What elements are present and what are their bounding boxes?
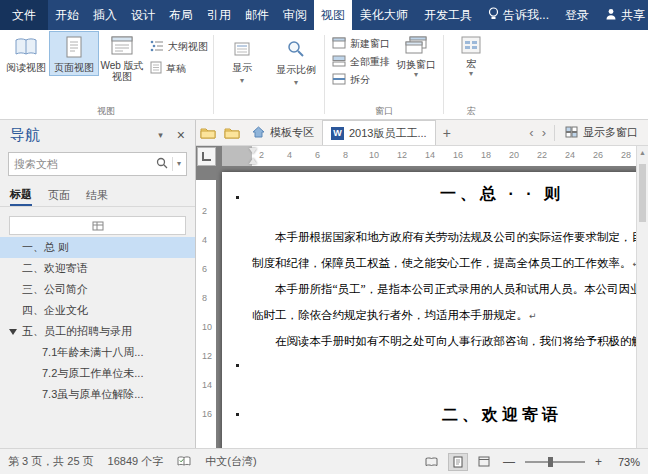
show-multi-window-button[interactable]: 显示多窗口 (559, 125, 648, 140)
web-layout-button[interactable]: Web 版式视图 (98, 32, 146, 84)
tabbar-divider (554, 125, 555, 141)
ruler-number: 16 (453, 150, 463, 160)
ruler-text-zone (252, 146, 636, 166)
tab-view[interactable]: 视图 (314, 0, 352, 30)
read-mode-view-button[interactable] (423, 454, 441, 470)
zoom-slider-thumb[interactable] (548, 457, 553, 467)
ruler-number: 18 (481, 150, 491, 160)
chevron-down-icon: ▾ (414, 72, 418, 78)
tab-layout[interactable]: 布局 (162, 0, 200, 30)
language-status[interactable]: 中文(台湾) (205, 454, 256, 469)
grid-icon (92, 217, 104, 235)
switch-windows-icon (405, 36, 427, 57)
tab-developer[interactable]: 开发工具 (416, 0, 480, 30)
outline-view-button[interactable]: 大纲视图 (150, 40, 208, 54)
print-layout-button[interactable]: 页面视图 (50, 32, 98, 75)
heading-item[interactable]: 五、员工的招聘与录用 (0, 321, 195, 342)
page-number-status[interactable]: 第 3 页，共 25 页 (8, 454, 94, 469)
tab-current-document[interactable]: W 2013版员工工... (322, 120, 436, 145)
document-page[interactable]: 一、总 · · 则 本手册根据国家和地方政府有关劳动法规及公司的实际运作要求制定… (222, 172, 636, 448)
reading-view-button[interactable]: 阅读视图 (2, 32, 50, 75)
collapse-triangle-icon[interactable] (9, 329, 17, 335)
heading-item[interactable]: 二、欢迎寄语 (0, 258, 195, 279)
navigation-close-icon[interactable]: × (177, 127, 185, 143)
ruler-number: 4 (202, 235, 207, 245)
horizontal-ruler[interactable]: 2 4 6 8 10 12 14 16 18 20 22 24 26 28 (196, 146, 636, 166)
draft-view-button[interactable]: 草稿 (150, 61, 208, 76)
zoom-percentage[interactable]: 73% (612, 456, 640, 468)
scroll-tabs-left-button[interactable]: ‹ (525, 125, 537, 140)
heading-item[interactable]: 三、公司简介 (0, 279, 195, 300)
new-window-icon (332, 37, 346, 51)
ruler-number: 8 (202, 293, 207, 303)
vertical-scrollbar[interactable]: ▲ (636, 146, 648, 448)
first-line-indent-marker[interactable] (249, 148, 257, 154)
search-document-input[interactable]: 搜索文档 ▾ (8, 152, 187, 176)
scrollbar-thumb[interactable] (639, 164, 646, 222)
tab-mailings[interactable]: 邮件 (238, 0, 276, 30)
navigation-options-chevron-icon[interactable]: ▾ (158, 130, 163, 140)
ribbon: 阅读视图 页面视图 Web 版式视图 大纲视图 (0, 30, 648, 120)
group-divider (213, 35, 214, 114)
heading-item[interactable]: 7.2与原工作单位未... (0, 363, 195, 384)
nav-tab-results[interactable]: 结果 (86, 184, 108, 206)
vertical-ruler[interactable]: 2 4 6 8 10 12 14 16 (196, 166, 216, 448)
zoom-in-button[interactable]: + (593, 455, 604, 469)
nav-tab-pages[interactable]: 页面 (48, 184, 70, 206)
search-icon[interactable] (156, 155, 168, 173)
zoom-group-button[interactable]: 显示比例 ▾ (269, 30, 323, 96)
tab-design[interactable]: 设计 (124, 0, 162, 30)
ribbon-tab-bar: 文件 开始 插入 设计 布局 引用 邮件 审阅 视图 美化大师 开发工具 告诉我… (0, 0, 648, 30)
ruler-margin-zone (222, 146, 252, 166)
tab-home[interactable]: 开始 (48, 0, 86, 30)
scroll-tabs-right-button[interactable]: › (538, 125, 550, 140)
switch-windows-button[interactable]: 切换窗口 ▾ (392, 32, 440, 80)
status-bar: 第 3 页，共 25 页 16849 个字 中文(台湾) — + 73% (0, 448, 648, 474)
draft-view-icon (150, 61, 162, 76)
scroll-up-arrow-icon[interactable]: ▲ (637, 146, 648, 159)
share-button[interactable]: 共享 (597, 0, 648, 30)
search-dropdown-chevron-icon[interactable]: ▾ (177, 161, 181, 167)
new-window-button[interactable]: 新建窗口 (332, 37, 390, 51)
body-line: 临时工，除依合约规定执行者外，均适用本手册规定。↵ (252, 308, 636, 323)
folder-icon[interactable] (196, 122, 220, 144)
tab-review[interactable]: 审阅 (276, 0, 314, 30)
web-layout-icon (111, 36, 133, 58)
heading-item[interactable]: 7.3虽与原单位解除... (0, 384, 195, 405)
proofing-status-icon[interactable] (177, 456, 191, 467)
tell-me-button[interactable]: 告诉我... (480, 0, 557, 30)
macros-button[interactable]: 宏 ▾ (447, 32, 495, 79)
sign-in-button[interactable]: 登录 (557, 0, 597, 30)
tab-references[interactable]: 引用 (200, 0, 238, 30)
views-group: 阅读视图 页面视图 Web 版式视图 大纲视图 (0, 30, 212, 119)
heading-item[interactable]: 四、企业文化 (0, 300, 195, 321)
window-group-label: 窗口 (328, 104, 440, 119)
arrange-all-icon (332, 55, 346, 69)
new-tab-button[interactable]: + (436, 125, 458, 141)
zoom-slider[interactable] (525, 456, 585, 468)
nav-jump-control[interactable] (9, 216, 186, 235)
word-count-status[interactable]: 16849 个字 (108, 454, 164, 469)
heading-item[interactable]: 一、总 则 (0, 237, 195, 258)
nav-tab-headings[interactable]: 标题 (10, 184, 32, 206)
navigation-pane: 导航 ▾ × 搜索文档 ▾ 标题 页面 结果 一、总 则 二、欢迎寄语 三、公司… (0, 120, 196, 448)
tab-selector-button[interactable] (197, 147, 216, 166)
arrange-all-button[interactable]: 全部重排 (332, 55, 390, 69)
hanging-indent-marker[interactable] (249, 158, 257, 164)
show-group-button[interactable]: 显示 ▾ (215, 30, 269, 96)
tab-addin-beautify[interactable]: 美化大师 (352, 0, 416, 30)
document-heading-2: 二、欢迎寄语 (222, 405, 636, 426)
heading-item[interactable]: 7.1年龄未满十八周... (0, 342, 195, 363)
split-button[interactable]: 拆分 (332, 73, 390, 87)
tab-template-zone[interactable]: 模板专区 (244, 120, 322, 145)
print-layout-view-button[interactable] (449, 454, 467, 470)
paragraph-mark-icon: ↵ (529, 311, 537, 321)
folder-icon[interactable] (220, 122, 244, 144)
tab-file[interactable]: 文件 (0, 0, 48, 30)
web-layout-view-button[interactable] (475, 454, 493, 470)
body-line: 本手册所指“员工”，是指本公司正式录用的人员和试用人员。本公司因业务需 (252, 282, 636, 297)
search-placeholder: 搜索文档 (14, 157, 152, 172)
zoom-out-button[interactable]: — (501, 455, 517, 469)
ruler-number: 2 (259, 150, 264, 160)
tab-insert[interactable]: 插入 (86, 0, 124, 30)
